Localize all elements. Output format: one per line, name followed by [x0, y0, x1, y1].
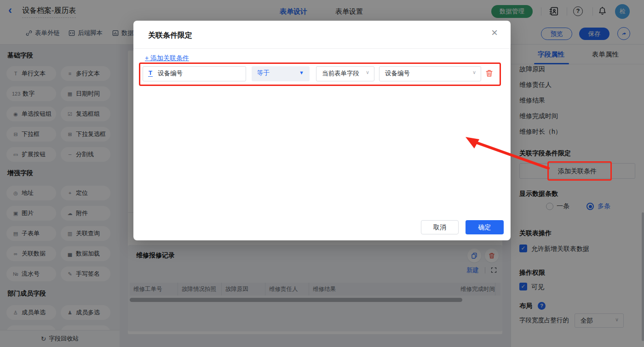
condition-operator-select[interactable]: 等于 ▼: [252, 66, 310, 81]
condition-value-type-select[interactable]: 当前表单字段 ∨: [316, 66, 374, 81]
condition-field-select[interactable]: T 设备编号: [143, 66, 246, 81]
condition-value-select[interactable]: 设备编号 ∨: [379, 66, 481, 81]
delete-condition-button[interactable]: [485, 68, 494, 78]
text-field-icon: T: [148, 70, 153, 77]
add-condition-link[interactable]: + 添加关联条件: [145, 54, 189, 63]
trash-icon: [485, 68, 494, 78]
cancel-button[interactable]: 取消: [421, 220, 459, 234]
close-icon[interactable]: ×: [491, 27, 498, 38]
form-designer-app: ‹ 设备档案-履历表 表单设计 表单设置 数据管理 ? 检: [0, 0, 644, 347]
confirm-button[interactable]: 确定: [466, 220, 504, 234]
chevron-down-icon: ∨: [366, 69, 369, 75]
modal-title: 关联条件限定: [148, 31, 192, 40]
chevron-down-icon: ∨: [472, 69, 476, 75]
modal-divider: [133, 48, 511, 49]
condition-operator-value: 等于: [257, 69, 270, 77]
caret-down-icon: ▼: [299, 70, 304, 75]
condition-value-type: 当前表单字段: [322, 69, 359, 78]
condition-field-value: 设备编号: [158, 69, 183, 78]
condition-value: 设备编号: [385, 69, 410, 78]
add-condition-link-label: 添加关联条件: [150, 54, 189, 62]
plus-icon: +: [145, 54, 149, 62]
condition-limit-modal: 关联条件限定 × + 添加关联条件 T 设备编号 等于 ▼ 当前表单字段 ∨ 设…: [133, 21, 511, 240]
